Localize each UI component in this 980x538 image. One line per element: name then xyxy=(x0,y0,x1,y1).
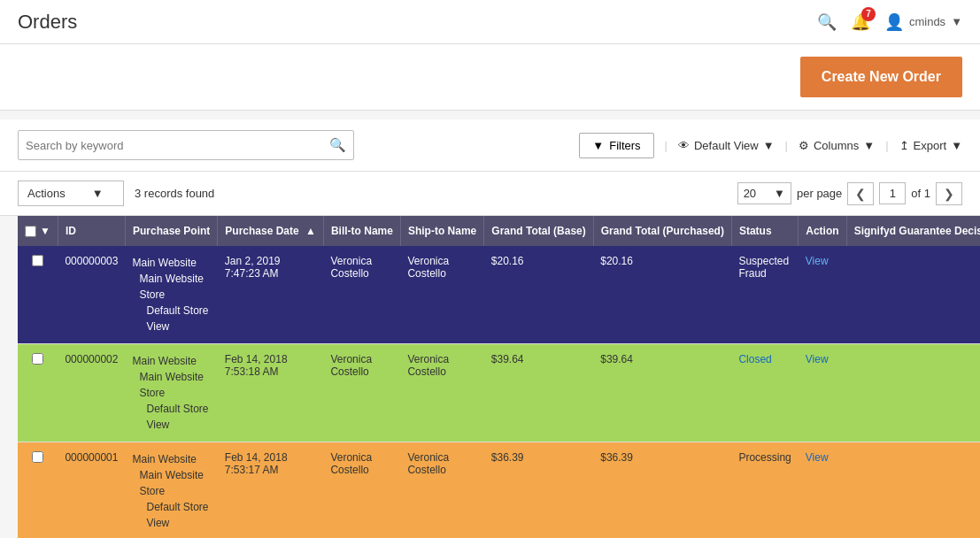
ship-to-name: Veronica Costello xyxy=(400,442,483,539)
view-label: Default View xyxy=(694,139,759,152)
header-signifyd[interactable]: Signifyd Guarantee Decision xyxy=(846,216,980,246)
export-label: Export xyxy=(914,139,947,152)
export-icon: ↥ xyxy=(899,139,909,152)
actions-arrow: ▼ xyxy=(92,187,104,200)
columns-button[interactable]: ⚙ Columns ▼ xyxy=(799,139,875,152)
purchase-point: Main Website Main Website Store Default … xyxy=(125,344,217,442)
order-id: 000000003 xyxy=(58,246,125,344)
purchase-date: Jan 2, 2019 7:47:23 AM xyxy=(218,246,324,344)
header-id[interactable]: ID xyxy=(58,216,125,246)
grand-total-purchased: $36.39 xyxy=(593,442,731,539)
export-button[interactable]: ↥ Export ▼ xyxy=(899,139,962,152)
view-arrow: ▼ xyxy=(763,139,775,152)
header-action[interactable]: Action xyxy=(799,216,846,246)
separator: | xyxy=(665,139,667,152)
pp-subsub: Default Store View xyxy=(146,401,210,433)
signifyd-cell xyxy=(846,442,980,539)
ship-to-name: Veronica Costello xyxy=(400,344,483,442)
top-bar: Orders 🔍 🔔 7 👤 cminds ▼ xyxy=(0,0,980,44)
row-checkbox-cell xyxy=(18,246,58,344)
total-pages: of 1 xyxy=(911,187,930,200)
per-page-select[interactable]: 20 ▼ xyxy=(737,182,791,204)
purchase-point: Main Website Main Website Store Default … xyxy=(125,442,217,539)
header-ship-to-name[interactable]: Ship-to Name xyxy=(400,216,483,246)
signifyd-cell xyxy=(846,246,980,344)
top-bar-right: 🔍 🔔 7 👤 cminds ▼ xyxy=(817,12,962,32)
pp-main: Main Website xyxy=(132,353,210,369)
header-grand-total-base[interactable]: Grand Total (Base) xyxy=(484,216,593,246)
actions-area: Actions ▼ 3 records found xyxy=(18,181,214,206)
grand-total-purchased: $20.16 xyxy=(593,246,731,344)
search-input[interactable] xyxy=(26,139,329,152)
table-row: 000000001 Main Website Main Website Stor… xyxy=(18,442,980,539)
view-link[interactable]: View xyxy=(806,255,829,267)
columns-label: Columns xyxy=(814,139,859,152)
columns-arrow: ▼ xyxy=(863,139,875,152)
header-purchase-point[interactable]: Purchase Point xyxy=(125,216,217,246)
pp-sub: Main Website Store xyxy=(139,271,210,303)
header-purchase-date[interactable]: Purchase Date ▲ xyxy=(218,216,324,246)
header-bill-to-name[interactable]: Bill-to Name xyxy=(323,216,400,246)
action-cell: View xyxy=(799,442,846,539)
table-body: 000000003 Main Website Main Website Stor… xyxy=(18,246,980,538)
status-cell: Processing xyxy=(731,442,798,539)
funnel-icon: ▼ xyxy=(592,139,604,152)
view-link[interactable]: View xyxy=(806,451,829,464)
page-title: Orders xyxy=(18,11,77,34)
table-row: 000000002 Main Website Main Website Stor… xyxy=(18,344,980,442)
user-menu[interactable]: 👤 cminds ▼ xyxy=(884,12,962,32)
main-content: ▼ ID Purchase Point Purchase Date ▲ Bill… xyxy=(0,216,980,538)
sort-icon: ▲ xyxy=(305,225,316,237)
table-header-row: ▼ ID Purchase Point Purchase Date ▲ Bill… xyxy=(18,216,980,246)
purchase-date: Feb 14, 2018 7:53:17 AM xyxy=(218,442,324,539)
view-link[interactable]: View xyxy=(806,353,829,365)
table-controls: Actions ▼ 3 records found 20 ▼ per page … xyxy=(0,172,980,216)
per-page-arrow: ▼ xyxy=(774,187,785,200)
grand-total-base: $39.64 xyxy=(484,344,593,442)
pp-subsub: Default Store View xyxy=(146,303,210,334)
search-icon[interactable]: 🔍 xyxy=(329,137,346,153)
per-page-value: 20 xyxy=(744,187,756,200)
bill-to-name: Veronica Costello xyxy=(323,344,400,442)
prev-page-button[interactable]: ❮ xyxy=(847,182,874,205)
action-bar: Create New Order xyxy=(0,44,980,111)
actions-dropdown[interactable]: Actions ▼ xyxy=(18,181,124,206)
per-page-label: per page xyxy=(797,187,842,200)
bill-to-name: Veronica Costello xyxy=(323,246,400,344)
pp-sub: Main Website Store xyxy=(139,467,210,499)
eye-icon: 👁 xyxy=(678,139,690,152)
gear-icon: ⚙ xyxy=(799,139,809,152)
pagination: 20 ▼ per page ❮ 1 of 1 ❯ xyxy=(737,182,962,205)
header-checkbox-arrow[interactable]: ▼ xyxy=(40,225,50,237)
actions-label: Actions xyxy=(27,187,66,200)
notification-badge: 7 xyxy=(861,7,876,21)
row-checkbox[interactable] xyxy=(32,353,43,365)
records-found: 3 records found xyxy=(135,187,214,200)
notification-bell[interactable]: 🔔 7 xyxy=(851,12,870,32)
row-checkbox-cell xyxy=(18,442,58,539)
row-checkbox[interactable] xyxy=(32,255,43,266)
ship-to-name: Veronica Costello xyxy=(400,246,483,344)
row-checkbox[interactable] xyxy=(32,451,43,463)
default-view-button[interactable]: 👁 Default View ▼ xyxy=(678,139,775,152)
filter-bar: 🔍 ▼ Filters | 👁 Default View ▼ | ⚙ Colum… xyxy=(0,119,980,172)
bill-to-name: Veronica Costello xyxy=(323,442,400,539)
grand-total-base: $20.16 xyxy=(484,246,593,344)
filters-label: Filters xyxy=(609,139,640,152)
separator2: | xyxy=(785,139,788,152)
user-icon: 👤 xyxy=(884,12,904,32)
header-grand-total-purchased[interactable]: Grand Total (Purchased) xyxy=(593,216,731,246)
next-page-button[interactable]: ❯ xyxy=(936,182,962,205)
orders-table: ▼ ID Purchase Point Purchase Date ▲ Bill… xyxy=(18,216,980,538)
header-checkbox-cell: ▼ xyxy=(18,216,58,246)
filters-button[interactable]: ▼ Filters xyxy=(579,133,653,158)
grand-total-purchased: $39.64 xyxy=(593,344,731,442)
create-order-button[interactable]: Create New Order xyxy=(800,57,962,97)
search-box: 🔍 xyxy=(18,130,354,160)
select-all-checkbox[interactable] xyxy=(25,226,36,237)
pp-sub: Main Website Store xyxy=(139,369,210,401)
search-icon[interactable]: 🔍 xyxy=(817,12,837,32)
header-status[interactable]: Status xyxy=(731,216,798,246)
signifyd-cell xyxy=(846,344,980,442)
dropdown-arrow: ▼ xyxy=(951,15,962,28)
